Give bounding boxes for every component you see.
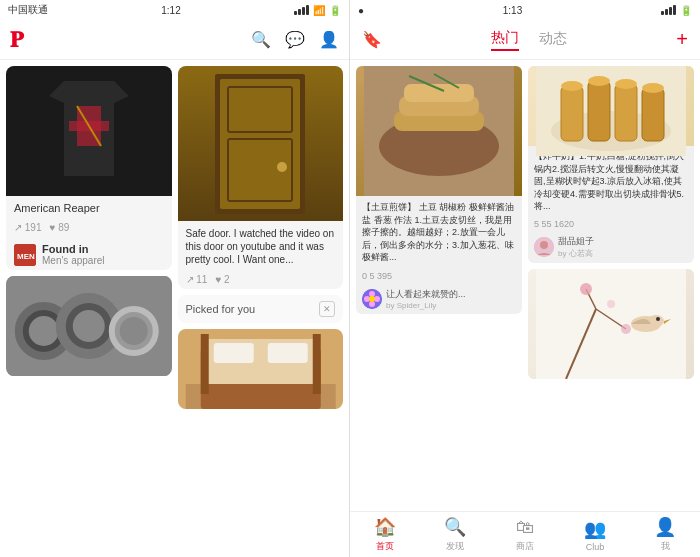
potato-pancake-card[interactable]: 【土豆煎饼】 土豆 胡椒粉 极鲜鲜酱油 盐 香葱 作法 1.土豆去皮切丝，我是用… [356,66,522,314]
svg-point-56 [621,324,631,334]
potato-img-svg [356,66,522,196]
found-in-row: MEN Found in Men's apparel [6,239,172,270]
flower-avatar-svg [362,289,382,309]
sr-user-row: 甜品姐子 by 心若高 [528,233,694,263]
nav-shop[interactable]: 🛍 商店 [490,517,560,553]
shirt-image [6,66,172,196]
battery-left: 📶 [313,5,325,16]
svg-point-17 [277,162,287,172]
svg-rect-23 [312,334,320,394]
door-like: ♥ 2 [215,274,229,285]
found-in-info: Found in Men's apparel [42,243,105,266]
svg-rect-30 [404,84,474,102]
left-column: American Reaper ↗ 191 ♥ 89 MEN Found i [6,66,172,551]
svg-point-57 [607,300,615,308]
profile-nav-icon: 👤 [654,516,676,538]
sr-user-avatar [534,237,554,257]
club-icon: 👥 [584,518,606,540]
potato-stats-text: 0 5 395 [362,271,392,281]
svg-rect-41 [561,86,583,141]
profile-label: 我 [661,540,670,553]
door-repin: ↗ 11 [186,274,208,285]
rings-svg [6,276,172,376]
search-icon[interactable]: 🔍 [251,30,271,49]
nature-svg [528,269,694,379]
right-column: Safe door. I watched the video on this d… [178,66,344,551]
nature-image [528,269,694,379]
potato-stats: 0 5 395 [356,269,522,285]
svg-point-8 [29,316,59,346]
tab-hot[interactable]: 热门 [491,29,519,51]
profile-icon[interactable]: 👤 [319,30,339,49]
left-panel: 中国联通 1:12 📶 🔋 𝐏 🔍 💬 👤 [0,0,350,557]
svg-point-45 [561,81,583,91]
svg-point-61 [656,317,660,321]
pinterest-logo: 𝐏 [10,27,23,53]
rings-image [6,276,172,376]
board-icon: MEN [14,244,36,266]
rings-pin-card[interactable] [6,276,172,376]
svg-rect-43 [615,84,637,141]
potato-user-row: 让人看起来就赞的... by Spider_Lily [356,285,522,314]
shirt-pin-card[interactable]: American Reaper ↗ 191 ♥ 89 MEN Found i [6,66,172,270]
sr-by: by 心若高 [558,248,688,259]
spring-roll-content: 【炸牛奶】1.牛奶,白糖,淀粉搅拌,倒入锅内2.搅湿后转文火,慢慢翻动使其凝固,… [534,151,684,211]
board-name: Men's apparel [42,255,105,266]
svg-point-47 [615,79,637,89]
svg-rect-24 [213,343,253,363]
svg-rect-14 [220,79,300,209]
svg-rect-22 [200,334,208,394]
left-header: 𝐏 🔍 💬 👤 [0,20,349,60]
bookmark-icon[interactable]: 🔖 [362,30,382,49]
battery-icon-left: 🔋 [329,5,341,16]
found-in-label: Found in [42,243,105,255]
right-right-column: 【炸牛奶】1.牛奶,白糖,淀粉搅拌,倒入锅内2.搅湿后转文火,慢慢翻动使其凝固,… [528,66,694,505]
signal-indicator [294,5,309,15]
carrier-text: 中国联通 [8,3,48,17]
svg-rect-51 [536,269,686,379]
left-status-bar: 中国联通 1:12 📶 🔋 [0,0,349,20]
shirt-title: American Reaper [6,196,172,220]
spring-roll-svg [528,66,694,156]
picked-for-you-card[interactable]: Picked for you ✕ [178,295,344,323]
svg-text:MEN: MEN [17,252,35,261]
discover-label: 发现 [446,540,464,553]
nav-profile[interactable]: 👤 我 [630,516,700,553]
bed-pin-card[interactable] [178,329,344,409]
left-content: American Reaper ↗ 191 ♥ 89 MEN Found i [0,60,349,557]
right-time: 1:13 [503,5,522,16]
nav-club[interactable]: 👥 Club [560,518,630,552]
repin-count: ↗ 191 [14,222,41,233]
svg-point-55 [580,283,592,295]
potato-content: 【土豆煎饼】 土豆 胡椒粉 极鲜鲜酱油 盐 香葱 作法 1.土豆去皮切丝，我是用… [362,202,514,262]
spring-roll-stats: 5 55 1620 [528,217,694,233]
left-header-icons: 🔍 💬 👤 [251,30,339,49]
shirt-stats: ↗ 191 ♥ 89 [6,220,172,239]
picked-label: Picked for you [186,303,256,315]
discover-icon: 🔍 [444,516,466,538]
door-pin-card[interactable]: Safe door. I watched the video on this d… [178,66,344,289]
dismiss-button[interactable]: ✕ [319,301,335,317]
spring-roll-card[interactable]: 【炸牛奶】1.牛奶,白糖,淀粉搅拌,倒入锅内2.搅湿后转文火,慢慢翻动使其凝固,… [528,66,694,263]
nature-card[interactable] [528,269,694,379]
chat-icon[interactable]: 💬 [285,30,305,49]
potato-username: 让人看起来就赞的... [386,288,516,301]
svg-rect-44 [642,88,664,141]
shirt-svg [49,81,129,181]
shop-icon: 🛍 [516,517,534,538]
svg-point-50 [540,241,548,249]
potato-user-info: 让人看起来就赞的... by Spider_Lily [386,288,516,310]
sr-stats-text: 5 55 1620 [534,219,574,229]
add-button[interactable]: + [676,28,688,51]
door-svg [210,69,310,219]
right-left-column: 【土豆煎饼】 土豆 胡椒粉 极鲜鲜酱油 盐 香葱 作法 1.土豆去皮切丝，我是用… [356,66,522,505]
svg-point-38 [369,296,375,302]
right-panel: ● 1:13 🔋 🔖 热门 动态 + [350,0,700,557]
shop-label: 商店 [516,540,534,553]
sr-avatar-svg [534,237,554,257]
nav-home[interactable]: 🏠 首页 [350,516,420,553]
nav-discover[interactable]: 🔍 发现 [420,516,490,553]
left-time: 1:12 [161,5,180,16]
tab-dynamic[interactable]: 动态 [539,30,567,50]
sr-user-info: 甜品姐子 by 心若高 [558,235,688,259]
